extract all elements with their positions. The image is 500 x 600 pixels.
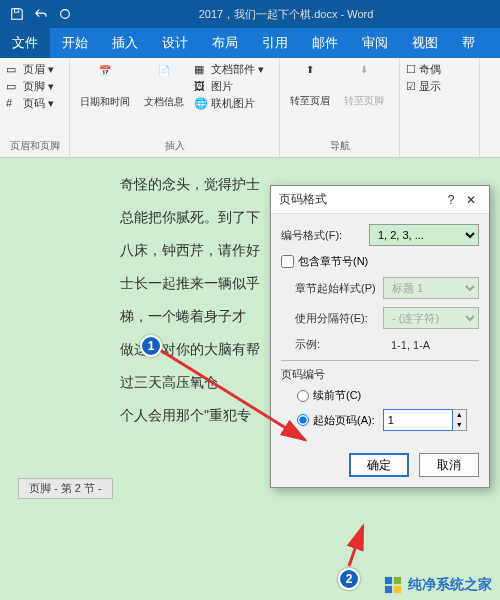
watermark: 纯净系统之家	[384, 576, 492, 594]
header-button[interactable]: ▭页眉 ▾	[6, 62, 63, 77]
windows-logo-icon	[384, 576, 402, 594]
undo-icon[interactable]	[30, 3, 52, 25]
continue-radio[interactable]	[297, 390, 309, 402]
chapter-style-label: 章节起始样式(P)	[295, 281, 377, 296]
number-format-select[interactable]: 1, 2, 3, ...	[369, 224, 479, 246]
show-check[interactable]: ☑ 显示	[406, 79, 473, 94]
tab-insert[interactable]: 插入	[100, 28, 150, 58]
tab-mailings[interactable]: 邮件	[300, 28, 350, 58]
group-nav: 导航	[286, 139, 393, 153]
tab-review[interactable]: 审阅	[350, 28, 400, 58]
example-value: 1-1, 1-A	[391, 339, 430, 351]
online-pic-icon: 🌐	[194, 97, 208, 111]
start-at-input[interactable]	[383, 409, 453, 431]
document-title: 2017，我们一起下个棋.docx - Word	[78, 7, 494, 22]
goto-header-icon: ⬆	[296, 64, 324, 92]
tab-file[interactable]: 文件	[0, 28, 50, 58]
svg-point-1	[61, 10, 70, 19]
picture-button[interactable]: 🖼图片	[194, 79, 264, 94]
title-bar: 2017，我们一起下个棋.docx - Word	[0, 0, 500, 28]
save-icon[interactable]	[6, 3, 28, 25]
svg-rect-7	[394, 586, 401, 593]
annotation-marker-2: 2	[338, 568, 360, 590]
example-label: 示例:	[295, 337, 377, 352]
online-pic-button[interactable]: 🌐联机图片	[194, 96, 264, 111]
odd-even-check[interactable]: ☐ 奇偶	[406, 62, 473, 77]
footer-button[interactable]: ▭页脚 ▾	[6, 79, 63, 94]
ok-button[interactable]: 确定	[349, 453, 409, 477]
picture-icon: 🖼	[194, 80, 208, 94]
include-chapter-label: 包含章节号(N)	[298, 254, 368, 269]
include-chapter-checkbox[interactable]	[281, 255, 294, 268]
header-icon: ▭	[6, 63, 20, 77]
quickparts-icon: ▦	[194, 63, 208, 77]
tab-design[interactable]: 设计	[150, 28, 200, 58]
pagenum-button[interactable]: #页码 ▾	[6, 96, 63, 111]
svg-rect-5	[394, 577, 401, 584]
docinfo-icon: 📄	[150, 65, 178, 93]
tab-layout[interactable]: 布局	[200, 28, 250, 58]
dialog-close-icon[interactable]: ✕	[461, 190, 481, 210]
quickparts-button[interactable]: ▦文档部件 ▾	[194, 62, 264, 77]
number-format-label: 编号格式(F):	[281, 228, 363, 243]
separator-select: - (连字符)	[383, 307, 479, 329]
footer-icon: ▭	[6, 80, 20, 94]
group-header-footer: 页眉和页脚	[6, 139, 63, 153]
separator-label: 使用分隔符(E):	[295, 311, 377, 326]
footer-section-label: 页脚 - 第 2 节 -	[18, 478, 113, 499]
redo-icon[interactable]	[54, 3, 76, 25]
spin-up-icon[interactable]: ▲	[453, 410, 466, 420]
dialog-title: 页码格式	[279, 191, 327, 208]
tab-home[interactable]: 开始	[50, 28, 100, 58]
annotation-marker-1: 1	[140, 335, 162, 357]
start-at-label: 起始页码(A):	[313, 413, 375, 428]
tab-references[interactable]: 引用	[250, 28, 300, 58]
spin-down-icon[interactable]: ▼	[453, 420, 466, 430]
start-at-radio[interactable]	[297, 414, 309, 426]
group-insert: 插入	[76, 139, 273, 153]
tab-help[interactable]: 帮	[450, 28, 487, 58]
pagenum-icon: #	[6, 97, 20, 111]
ribbon: ▭页眉 ▾ ▭页脚 ▾ #页码 ▾ 页眉和页脚 📅日期和时间 📄文档信息 ▦文档…	[0, 58, 500, 158]
svg-rect-6	[385, 586, 392, 593]
docinfo-button[interactable]: 📄文档信息	[140, 62, 188, 111]
menu-bar: 文件 开始 插入 设计 布局 引用 邮件 审阅 视图 帮	[0, 28, 500, 58]
svg-rect-4	[385, 577, 392, 584]
datetime-button[interactable]: 📅日期和时间	[76, 62, 134, 111]
chapter-style-select: 标题 1	[383, 277, 479, 299]
calendar-icon: 📅	[91, 65, 119, 93]
goto-header-button[interactable]: ⬆转至页眉	[286, 62, 334, 110]
goto-footer-button[interactable]: ⬇转至页脚	[340, 62, 388, 110]
cancel-button[interactable]: 取消	[419, 453, 479, 477]
dialog-help-icon[interactable]: ?	[441, 190, 461, 210]
tab-view[interactable]: 视图	[400, 28, 450, 58]
page-numbering-section: 页码编号	[281, 367, 479, 382]
page-number-format-dialog: 页码格式 ? ✕ 编号格式(F): 1, 2, 3, ... 包含章节号(N) …	[270, 185, 490, 488]
continue-label: 续前节(C)	[313, 388, 361, 403]
goto-footer-icon: ⬇	[350, 64, 378, 92]
